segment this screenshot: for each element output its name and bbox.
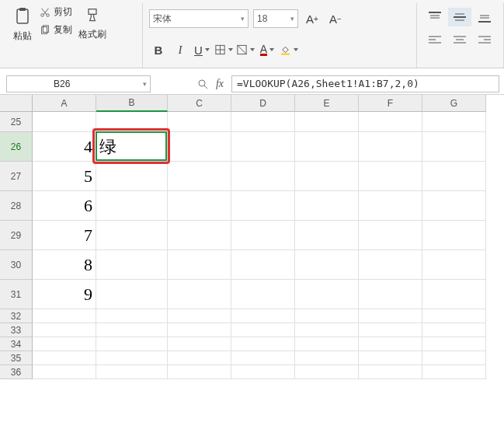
column-header-E[interactable]: E: [295, 95, 359, 112]
row-header-32[interactable]: 32: [0, 309, 33, 323]
column-header-B[interactable]: B: [96, 95, 168, 112]
row-header-36[interactable]: 36: [0, 365, 33, 379]
cell-D25[interactable]: [231, 112, 295, 132]
cell-C31[interactable]: [168, 280, 231, 309]
cell-E31[interactable]: [295, 280, 359, 309]
cell-F34[interactable]: [359, 337, 422, 351]
row-header-25[interactable]: 25: [0, 112, 33, 132]
row-header-27[interactable]: 27: [0, 162, 33, 191]
cell-A31[interactable]: 9: [33, 280, 96, 309]
cell-F35[interactable]: [359, 351, 422, 365]
cell-C32[interactable]: [168, 309, 231, 323]
cell-F25[interactable]: [359, 112, 422, 132]
cell-B29[interactable]: [96, 221, 168, 250]
cell-A33[interactable]: [33, 323, 96, 337]
cell-style-button[interactable]: [236, 40, 255, 59]
cell-G26[interactable]: [422, 132, 486, 162]
cell-B27[interactable]: [96, 162, 168, 191]
row-header-29[interactable]: 29: [0, 221, 33, 250]
cell-C29[interactable]: [168, 221, 231, 250]
cell-F33[interactable]: [359, 323, 422, 337]
column-header-F[interactable]: F: [359, 95, 422, 112]
cell-A36[interactable]: [33, 365, 96, 379]
cell-B26[interactable]: 绿: [96, 132, 168, 162]
align-middle-button[interactable]: [448, 8, 471, 26]
cell-C25[interactable]: [168, 112, 231, 132]
cell-D34[interactable]: [231, 337, 295, 351]
cell-C33[interactable]: [168, 323, 231, 337]
cell-A32[interactable]: [33, 309, 96, 323]
cell-E32[interactable]: [295, 309, 359, 323]
expand-formula-icon[interactable]: [194, 75, 211, 92]
cell-G28[interactable]: [422, 191, 486, 221]
underline-button[interactable]: U: [193, 40, 211, 59]
align-bottom-button[interactable]: [473, 8, 496, 26]
cell-G33[interactable]: [422, 323, 486, 337]
font-size-combo[interactable]: 18▾: [253, 9, 298, 28]
cell-D32[interactable]: [231, 309, 295, 323]
cell-B25[interactable]: [96, 112, 168, 132]
cell-D35[interactable]: [231, 351, 295, 365]
cell-C28[interactable]: [168, 191, 231, 221]
cell-E27[interactable]: [295, 162, 359, 191]
cell-B36[interactable]: [96, 365, 168, 379]
align-left-button[interactable]: [423, 31, 447, 50]
cell-G35[interactable]: [422, 351, 486, 365]
select-all-corner[interactable]: [0, 95, 33, 112]
cell-B32[interactable]: [96, 309, 168, 323]
cell-B30[interactable]: [96, 250, 168, 280]
cell-E29[interactable]: [295, 221, 359, 250]
cell-G27[interactable]: [422, 162, 486, 191]
align-center-button[interactable]: [448, 31, 471, 50]
cell-A25[interactable]: [33, 112, 96, 132]
cell-E26[interactable]: [295, 132, 359, 162]
font-name-combo[interactable]: 宋体▾: [149, 9, 249, 28]
cell-D26[interactable]: [231, 132, 295, 162]
cell-E33[interactable]: [295, 323, 359, 337]
bold-button[interactable]: B: [149, 40, 168, 59]
cell-A28[interactable]: 6: [33, 191, 96, 221]
cell-E28[interactable]: [295, 191, 359, 221]
cell-D31[interactable]: [231, 280, 295, 309]
cell-G25[interactable]: [422, 112, 486, 132]
cell-E35[interactable]: [295, 351, 359, 365]
cell-F26[interactable]: [359, 132, 422, 162]
cell-F27[interactable]: [359, 162, 422, 191]
cell-G31[interactable]: [422, 280, 486, 309]
row-header-34[interactable]: 34: [0, 337, 33, 351]
cell-C27[interactable]: [168, 162, 231, 191]
column-header-C[interactable]: C: [168, 95, 231, 112]
cell-F29[interactable]: [359, 221, 422, 250]
cell-B35[interactable]: [96, 351, 168, 365]
align-right-button[interactable]: [473, 31, 496, 50]
cell-B31[interactable]: [96, 280, 168, 309]
format-painter-button[interactable]: 格式刷: [74, 3, 106, 68]
column-header-A[interactable]: A: [33, 95, 96, 112]
cell-D36[interactable]: [231, 365, 295, 379]
column-header-G[interactable]: G: [422, 95, 486, 112]
align-top-button[interactable]: [423, 8, 447, 26]
cell-A27[interactable]: 5: [33, 162, 96, 191]
cell-C36[interactable]: [168, 365, 231, 379]
font-color-button[interactable]: A: [258, 40, 276, 59]
cell-A29[interactable]: 7: [33, 221, 96, 250]
row-header-35[interactable]: 35: [0, 351, 33, 365]
row-header-28[interactable]: 28: [0, 191, 33, 221]
paste-button[interactable]: 粘贴: [12, 3, 37, 68]
cell-G32[interactable]: [422, 309, 486, 323]
cell-D33[interactable]: [231, 323, 295, 337]
cell-D28[interactable]: [231, 191, 295, 221]
grow-font-button[interactable]: A+: [303, 9, 322, 28]
italic-button[interactable]: I: [171, 40, 189, 59]
column-header-D[interactable]: D: [231, 95, 295, 112]
cell-F36[interactable]: [359, 365, 422, 379]
cell-A35[interactable]: [33, 351, 96, 365]
cell-C35[interactable]: [168, 351, 231, 365]
row-header-26[interactable]: 26: [0, 132, 33, 162]
cell-D30[interactable]: [231, 250, 295, 280]
cell-E25[interactable]: [295, 112, 359, 132]
cut-button[interactable]: 剪切: [37, 5, 74, 19]
fx-icon[interactable]: fx: [211, 75, 228, 92]
cell-G30[interactable]: [422, 250, 486, 280]
cell-D27[interactable]: [231, 162, 295, 191]
